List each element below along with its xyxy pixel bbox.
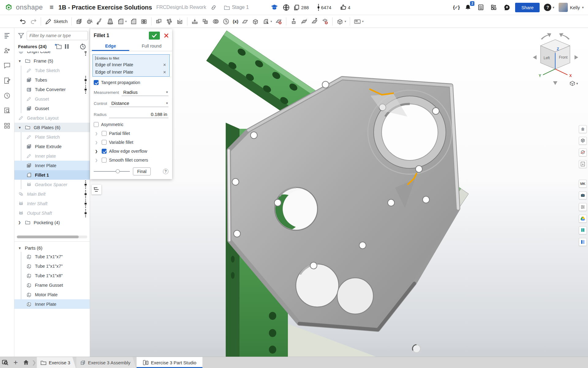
rollback-history-icon[interactable] — [80, 43, 86, 50]
features-horizontal-scrollbar[interactable] — [17, 236, 87, 238]
sweep-button[interactable] — [95, 17, 105, 26]
sheets-extension-button[interactable] — [579, 238, 587, 246]
delete-part-button[interactable] — [320, 17, 330, 26]
view-options-button[interactable]: ▾ — [567, 79, 581, 87]
chevron-down-icon[interactable]: ▾ — [362, 20, 364, 23]
apps-grid-plus-icon[interactable] — [489, 3, 498, 12]
tangent-propagation-checkbox[interactable] — [94, 80, 99, 85]
feature-item-frame-5[interactable]: ▼Frame (5) — [14, 56, 90, 66]
notifications-bell-icon[interactable]: 2 — [464, 3, 472, 12]
feature-item-main-belt[interactable]: Main Belt — [14, 189, 90, 199]
search-tabs-button[interactable] — [0, 357, 10, 368]
remove-entity-icon[interactable]: ✕ — [162, 70, 167, 75]
breadcrumb[interactable]: Stage 1 — [224, 5, 249, 10]
undo-button[interactable] — [18, 17, 28, 26]
chevron-down-icon[interactable]: ▾ — [125, 20, 127, 23]
filter-input[interactable] — [27, 31, 88, 40]
expand-chevron-icon[interactable]: ❯ — [95, 158, 99, 162]
feature-item-gusset[interactable]: Gusset — [14, 104, 90, 113]
doc-tab-exercise-3-part-studio[interactable]: Exercise 3 Part Studio — [137, 357, 202, 368]
filter-funnel-icon[interactable] — [18, 33, 24, 38]
globe-icon[interactable] — [282, 3, 290, 12]
apps-grid-icon[interactable] — [2, 121, 12, 130]
feature-item-plate-extrude[interactable]: Plate Extrude — [14, 142, 90, 151]
feature-status-dots-icon[interactable] — [84, 85, 88, 94]
box-button[interactable] — [250, 17, 261, 26]
revolve-button[interactable] — [84, 17, 95, 26]
feature-item-origin-cube[interactable]: Origin Cube — [14, 52, 90, 56]
variable-fillet-row[interactable]: ❯ Variable fillet — [90, 138, 172, 147]
chamfer-button[interactable] — [128, 17, 139, 26]
document-title[interactable]: 1B - Practice Exercise Solutions — [58, 4, 152, 11]
mirror-button[interactable] — [175, 17, 185, 26]
user-menu[interactable]: Kelly ▾ — [559, 3, 584, 12]
feature-item-tube-sketch[interactable]: Tube Sketch — [14, 66, 90, 75]
loft-button[interactable] — [105, 17, 115, 26]
cancel-button[interactable] — [163, 32, 170, 39]
accept-button[interactable] — [149, 32, 160, 40]
expand-chevron-icon[interactable]: ❯ — [95, 132, 99, 136]
transform-button[interactable] — [288, 17, 299, 26]
ai-assistant-icon[interactable] — [502, 3, 511, 12]
allow-edge-overflow-checkbox[interactable] — [102, 149, 107, 154]
tab-full-round[interactable]: Full round — [131, 41, 172, 51]
part-item-tube-1-x1-x7[interactable]: Tube 1"x1"x7" — [14, 261, 90, 271]
main-menu-button[interactable]: ≡ — [48, 3, 55, 11]
link-icon[interactable] — [209, 3, 218, 12]
feature-status-dots-icon[interactable] — [84, 180, 88, 189]
share-button[interactable]: Share — [515, 3, 540, 12]
copies-stat[interactable]: 288 — [293, 4, 309, 11]
expand-chevron-icon[interactable]: ❯ — [95, 140, 99, 144]
dialog-list-toggle-button[interactable] — [92, 185, 101, 194]
feature-item-fillet-1[interactable]: Fillet 1 — [14, 170, 90, 180]
entities-to-fillet-box[interactable]: Entities to fillet Edge of Inner Plate✕E… — [92, 54, 170, 77]
isometric-views-button[interactable] — [579, 137, 587, 145]
chevron-down-icon[interactable]: ▼ — [18, 59, 25, 63]
part-item-tube-1-x1-x7[interactable]: Tube 1"x1"x7" — [14, 252, 90, 261]
rollback-slider[interactable] — [94, 169, 130, 174]
fillet-entity-item[interactable]: Edge of Inner Plate✕ — [93, 68, 169, 76]
feature-item-inner-plate[interactable]: Inner Plate — [14, 161, 90, 170]
control-dropdown[interactable]: Distance▾ — [110, 100, 168, 107]
part-item-tube-1-x1-x8[interactable]: Tube 1"x1"x8" — [14, 271, 90, 280]
section-view-button[interactable] — [579, 148, 587, 156]
feature-item-inter-shaft[interactable]: Inter Shaft — [14, 199, 90, 208]
part-item-inner-plate[interactable]: Inner Plate — [14, 299, 90, 309]
chevron-down-icon[interactable]: ▼ — [18, 126, 25, 129]
chevron-down-icon[interactable]: ▾ — [345, 20, 346, 23]
primitives-button[interactable]: ▾ — [335, 17, 348, 26]
feature-item-tubes[interactable]: Tubes — [14, 75, 90, 85]
final-button[interactable]: Final — [133, 167, 151, 175]
redo-button[interactable] — [28, 17, 39, 26]
intersect-button[interactable] — [210, 17, 221, 26]
edit-doc-icon[interactable] — [2, 76, 12, 85]
feature-status-dots-icon[interactable] — [84, 76, 88, 84]
feature-item-inner-plate[interactable]: Inner plate — [14, 151, 90, 161]
new-tab-button[interactable]: + — [10, 357, 21, 368]
structure-tree-icon[interactable] — [2, 31, 12, 40]
settings-extension-button[interactable] — [579, 203, 587, 211]
doc-tab-exercise-3-assembly[interactable]: Exercise 3 Assembly — [76, 357, 136, 368]
feature-status-dots-icon[interactable] — [84, 199, 88, 208]
parts-section-header[interactable]: ▼ Parts (6) — [14, 242, 90, 252]
extrude-button[interactable] — [74, 17, 84, 26]
variable-fillet-checkbox[interactable] — [102, 140, 107, 145]
changes-stat[interactable]: 6474 — [317, 4, 331, 11]
tasks-checklist-icon[interactable] — [477, 3, 485, 12]
named-views-button[interactable] — [579, 160, 587, 168]
asymmetric-row[interactable]: Asymmetric — [90, 120, 172, 129]
enclose-button[interactable] — [200, 17, 210, 26]
chevron-right-icon[interactable]: ❯ — [18, 220, 25, 224]
thicken-button[interactable] — [190, 17, 200, 26]
boolean-button[interactable] — [154, 17, 164, 26]
feature-status-dots-icon[interactable] — [84, 209, 88, 217]
feature-item-gb-plates-6[interactable]: ▼GB Plates (6) — [14, 123, 90, 132]
partial-fillet-checkbox[interactable] — [102, 131, 107, 136]
feature-item-plate-sketch[interactable]: Plate Sketch — [14, 132, 90, 142]
feature-item-tube-converter[interactable]: Tube Converter — [14, 85, 90, 94]
doc-tab-exercise-3[interactable]: Exercise 3 — [37, 357, 76, 368]
home-tab-button[interactable] — [21, 357, 31, 368]
home-view-button[interactable] — [579, 125, 587, 133]
modify-fillet-button[interactable]: ▾ — [261, 17, 273, 26]
smooth-fillet-corners-row[interactable]: ❯ Smooth fillet corners — [90, 155, 172, 164]
